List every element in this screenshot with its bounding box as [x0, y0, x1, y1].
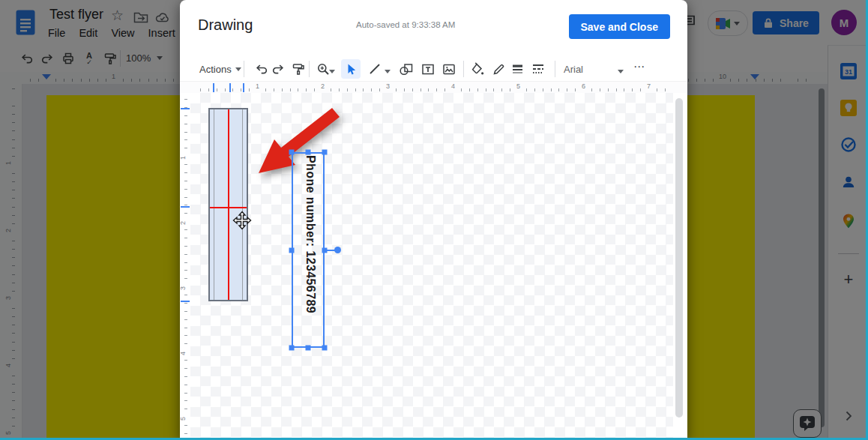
ruler-tick: [404, 88, 405, 91]
selection-handle-se[interactable]: [322, 346, 328, 351]
shape-tool-icon[interactable]: [397, 59, 416, 79]
ruler-tick: [306, 88, 307, 91]
save-and-close-button[interactable]: Save and Close: [569, 14, 671, 39]
line-tool-caret-icon[interactable]: [385, 70, 391, 76]
fill-color-icon[interactable]: [468, 59, 487, 79]
select-tool-icon[interactable]: [341, 59, 361, 79]
screen: Test flyer ☆ File Edit View Insert Forma…: [0, 0, 868, 440]
zoom-tool-caret-icon[interactable]: [329, 70, 335, 76]
ruler-tick: [461, 88, 462, 91]
text-box-tool-icon[interactable]: [418, 59, 438, 79]
ruler-tick: [379, 88, 380, 91]
ruler-tick: [608, 88, 609, 91]
ruler-tick: [184, 124, 187, 124]
ruler-tick: [575, 88, 576, 91]
ruler-number: 6: [582, 83, 585, 90]
ruler-tick: [347, 88, 348, 91]
line-tool-icon[interactable]: [365, 59, 385, 79]
ruler-tick: [558, 88, 559, 91]
selection-handle-n[interactable]: [306, 150, 311, 155]
ruler-number: 5: [180, 417, 187, 421]
ruler-tick: [184, 303, 187, 304]
ruler-tick: [184, 262, 187, 263]
actions-caret-icon: [235, 67, 241, 74]
ruler-tick: [208, 88, 209, 91]
ruler-tick: [282, 88, 283, 91]
ruler-tick: [591, 88, 592, 91]
ruler-tick: [241, 88, 241, 91]
ruler-number: 3: [386, 83, 390, 90]
ruler-tick: [632, 88, 633, 91]
rotation-handle[interactable]: [334, 247, 341, 253]
ruler-tick: [412, 88, 413, 91]
ruler-tick: [184, 409, 187, 409]
toolbar-divider: [309, 61, 310, 77]
font-select[interactable]: Arial: [564, 64, 583, 75]
ruler-tick: [184, 229, 187, 230]
actions-menu[interactable]: Actions: [199, 64, 241, 75]
ruler-tick: [331, 88, 331, 91]
shape-inner-edge: [242, 109, 243, 300]
drawing-redo-icon[interactable]: [268, 59, 288, 79]
drawing-dialog: Drawing Auto-saved at 9:33:38 AM Save an…: [180, 0, 687, 440]
ruler-number: 7: [647, 83, 651, 90]
font-caret-icon[interactable]: [618, 70, 624, 76]
insert-image-icon[interactable]: [439, 59, 459, 79]
dialog-v-ruler: 12345: [180, 93, 191, 440]
ruler-tick: [510, 88, 510, 91]
ruler-tick: [225, 88, 226, 91]
ruler-tick: [184, 238, 187, 238]
font-name: Arial: [564, 64, 583, 75]
ruler-number: 2: [180, 221, 187, 225]
ruler-tick: [274, 88, 274, 91]
canvas-scrollbar[interactable]: [675, 98, 683, 418]
selection-handle-nw[interactable]: [289, 150, 295, 155]
flyer-stripe-shape[interactable]: [208, 108, 248, 301]
ruler-number: 1: [256, 83, 259, 90]
ruler-tick: [355, 88, 356, 91]
ruler-tick: [184, 189, 187, 190]
border-color-icon[interactable]: [489, 59, 508, 79]
red-snap-guide-vertical: [228, 109, 229, 300]
ruler-tick: [184, 319, 187, 320]
ruler-tick: [232, 88, 233, 91]
selection-handle-w[interactable]: [289, 248, 295, 253]
ruler-tick: [469, 88, 470, 91]
ruler-tick: [184, 311, 187, 312]
phone-number-text: Phone number: 123456789: [303, 155, 318, 344]
ruler-tick: [184, 205, 187, 205]
ruler-tick: [184, 360, 187, 361]
ruler-object-marker: [181, 108, 190, 109]
ruler-tick: [184, 425, 187, 426]
ruler-tick: [184, 385, 187, 385]
ruler-tick: [184, 376, 187, 377]
ruler-tick: [534, 88, 535, 91]
ruler-number: 5: [516, 83, 520, 90]
selection-handle-s[interactable]: [306, 346, 311, 351]
border-dash-icon[interactable]: [528, 59, 548, 79]
selection-handle-ne[interactable]: [322, 150, 328, 155]
move-cursor-icon: [232, 211, 253, 231]
selection-handle-sw[interactable]: [289, 346, 295, 351]
ruler-object-marker: [243, 83, 244, 92]
ruler-tick: [184, 181, 187, 181]
ruler-tick: [436, 88, 437, 91]
ruler-tick: [421, 88, 421, 91]
more-options-button[interactable]: ⋯: [633, 60, 645, 73]
ruler-tick: [551, 88, 552, 91]
ruler-tick: [184, 295, 187, 295]
ruler-tick: [184, 335, 187, 336]
ruler-number: 4: [451, 83, 455, 90]
ruler-tick: [184, 278, 187, 279]
ruler-tick: [526, 88, 527, 91]
ruler-tick: [184, 393, 187, 394]
ruler-tick: [184, 115, 187, 116]
ruler-tick: [567, 88, 567, 91]
dialog-title: Drawing: [198, 16, 253, 34]
ruler-tick: [501, 88, 502, 91]
ruler-tick: [184, 172, 187, 173]
toolbar-divider: [555, 61, 555, 77]
border-weight-icon[interactable]: [507, 59, 527, 79]
ruler-tick: [543, 88, 543, 91]
drawing-paint-format-icon[interactable]: [289, 59, 308, 79]
